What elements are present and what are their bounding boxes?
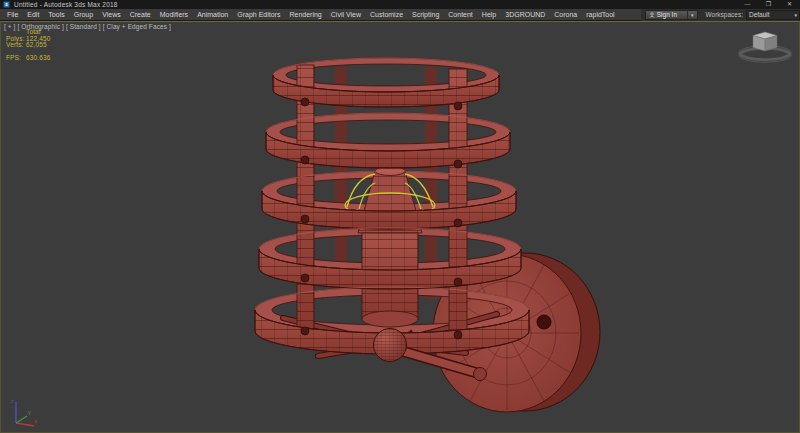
3dsmax-window: Untitled - Autodesk 3ds Max 2018 — ❐ ✕ F… (0, 0, 800, 433)
menu-bar-right: Sign In ▾ Workspaces: Default ▾ (641, 9, 800, 21)
menu-item-edit[interactable]: Edit (27, 9, 39, 20)
person-icon (649, 12, 655, 18)
stats-verts-label: Verts: (6, 42, 26, 48)
menu-item-file[interactable]: File (7, 9, 18, 20)
menu-bar: File Edit Tools Group Views Create Modif… (0, 9, 800, 21)
menu-item-content[interactable]: Content (448, 9, 473, 20)
menu-item-customize[interactable]: Customize (370, 9, 403, 20)
model-wall-lantern (1, 22, 799, 432)
sign-in-separator (687, 11, 688, 19)
axis-y-label: y (28, 409, 31, 415)
chevron-down-icon[interactable]: ▾ (691, 11, 694, 19)
menu-item-modifiers[interactable]: Modifiers (160, 9, 188, 20)
sign-in-button[interactable]: Sign In ▾ (645, 10, 698, 20)
chevron-down-icon: ▾ (794, 11, 797, 19)
sign-in-label: Sign In (657, 11, 677, 18)
viewport-menu-shading[interactable]: [ Clay + Edged Faces ] (103, 23, 171, 30)
menu-item-tools[interactable]: Tools (48, 9, 64, 20)
menu-item-corona[interactable]: Corona (554, 9, 577, 20)
menu-item-rendering[interactable]: Rendering (289, 9, 321, 20)
plate-knob (537, 315, 551, 329)
menu-item-create[interactable]: Create (130, 9, 151, 20)
workspaces-label: Workspaces: (706, 11, 743, 18)
menu-item-3dground[interactable]: 3DGROUND (505, 9, 545, 20)
stats-fps-label: FPS: (6, 55, 26, 61)
menu-item-views[interactable]: Views (102, 9, 121, 20)
3dsmax-app-icon[interactable] (3, 1, 10, 8)
menu-item-scripting[interactable]: Scripting (412, 9, 439, 20)
menu-item-rapidtool[interactable]: rapidTool (586, 9, 614, 20)
view-cube[interactable] (734, 25, 794, 69)
axis-z-label: z (11, 398, 14, 404)
menu-item-animation[interactable]: Animation (197, 9, 228, 20)
world-axis-gizmo: z x y (3, 395, 39, 429)
viewport-canvas[interactable]: [ + ] [ Orthographic ] [ Standard ] [ Cl… (0, 21, 800, 433)
workspaces-value: Default (749, 11, 770, 18)
menu-item-group[interactable]: Group (74, 9, 93, 20)
menu-item-help[interactable]: Help (482, 9, 496, 20)
window-title: Untitled - Autodesk 3ds Max 2018 (14, 0, 118, 9)
menu-item-graph-editors[interactable]: Graph Editors (237, 9, 280, 20)
stats-verts-value: 62,055 (26, 42, 47, 48)
viewport-menu-renderer[interactable]: [ Standard ] (66, 23, 101, 30)
workspaces-dropdown[interactable]: Default ▾ (746, 10, 800, 20)
stats-fps-value: 630.636 (26, 55, 51, 61)
axis-x-label: x (34, 418, 37, 424)
statistics-overlay: Total Polys: 122,450 Verts: 62,055 FPS: … (6, 29, 51, 61)
menu-item-civil-view[interactable]: Civil View (331, 9, 361, 20)
